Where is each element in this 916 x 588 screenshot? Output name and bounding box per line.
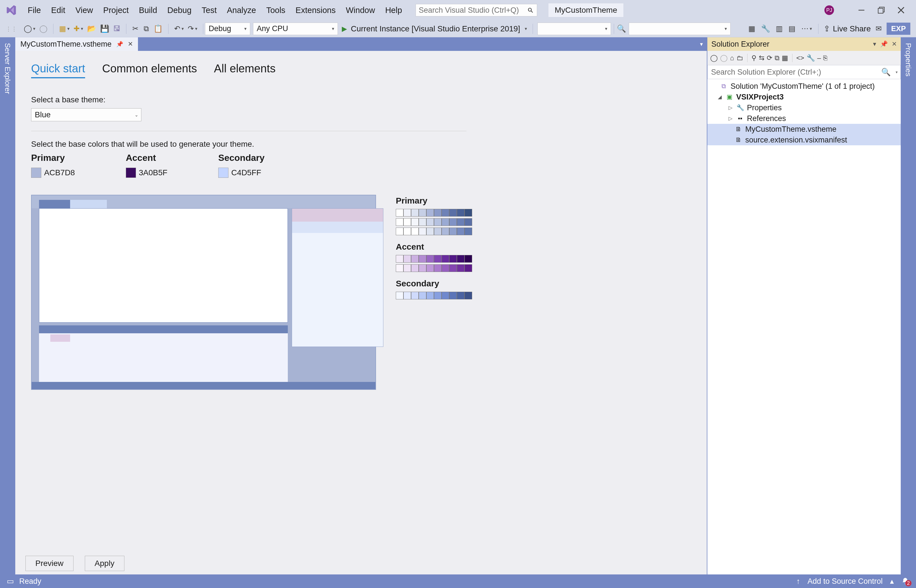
feedback-button[interactable]: ✉ <box>874 23 883 34</box>
palette-cell[interactable] <box>404 255 411 263</box>
se-dash-icon[interactable]: – <box>817 54 821 62</box>
palette-cell[interactable] <box>419 292 426 299</box>
palette-cell[interactable] <box>457 209 465 216</box>
se-search-dd-icon[interactable]: ▾ <box>896 70 898 74</box>
preview-button[interactable]: Preview <box>26 556 74 571</box>
add-source-control[interactable]: Add to Source Control <box>808 577 883 586</box>
tree-references-node[interactable]: ▷ ▪▪ References <box>708 113 901 124</box>
palette-cell[interactable] <box>457 218 465 226</box>
palette-cell[interactable] <box>404 209 411 216</box>
palette-cell[interactable] <box>411 292 419 299</box>
se-showall-icon[interactable]: ▦ <box>782 54 788 62</box>
palette-cell[interactable] <box>449 218 457 226</box>
menu-view[interactable]: View <box>70 0 98 20</box>
menu-window[interactable]: Window <box>341 0 380 20</box>
expander-icon[interactable]: ◢ <box>717 94 723 100</box>
window-close-icon[interactable] <box>897 6 905 14</box>
palette-cell[interactable] <box>457 228 465 235</box>
palette-cell[interactable] <box>442 255 449 263</box>
paste-button[interactable]: 📋 <box>152 23 164 34</box>
palette-cell[interactable] <box>465 255 472 263</box>
palette-cell[interactable] <box>419 264 426 272</box>
base-theme-select[interactable]: Blue ⌄ <box>31 108 141 121</box>
palette-cell[interactable] <box>411 218 419 226</box>
se-sync-icon[interactable]: ⇆ <box>759 54 764 62</box>
new-file-button[interactable]: ✚ <box>73 23 84 34</box>
tree-properties-node[interactable]: ▷ 🔧 Properties <box>708 102 901 113</box>
quick-launch-search[interactable]: Search Visual Studio (Ctrl+Q) <box>415 4 537 16</box>
palette-cell[interactable] <box>457 255 465 263</box>
se-filter-icon[interactable]: ⚲ <box>751 54 756 62</box>
cut-button[interactable]: ✂ <box>131 23 140 34</box>
copy-button[interactable]: ⧉ <box>142 23 151 34</box>
palette-cell[interactable] <box>404 218 411 226</box>
autohide-icon[interactable]: 📌 <box>880 40 888 48</box>
se-code-icon[interactable]: <> <box>796 54 805 62</box>
tb-icon-3[interactable]: ▥ <box>775 23 784 34</box>
palette-cell[interactable] <box>457 264 465 272</box>
palette-cell[interactable] <box>442 228 449 235</box>
palette-cell[interactable] <box>442 209 449 216</box>
secondary-color-picker[interactable]: C4D5FF <box>218 168 265 178</box>
palette-cell[interactable] <box>449 255 457 263</box>
menu-build[interactable]: Build <box>134 0 162 20</box>
palette-secondary[interactable] <box>396 292 472 299</box>
palette-cell[interactable] <box>465 264 472 272</box>
toolbar-grip-icon[interactable]: ⋮⋮ <box>6 26 17 32</box>
tree-solution-node[interactable]: ⧉ Solution 'MyCustomTheme' (1 of 1 proje… <box>708 81 901 92</box>
palette-cell[interactable] <box>426 218 434 226</box>
palette-cell[interactable] <box>465 218 472 226</box>
palette-cell[interactable] <box>457 292 465 299</box>
nav-back-button[interactable]: ◯ <box>23 23 37 34</box>
tree-file-vstheme[interactable]: 🗎 MyCustomTheme.vstheme <box>708 124 901 134</box>
palette-cell[interactable] <box>426 209 434 216</box>
close-tab-icon[interactable]: ✕ <box>128 40 133 48</box>
close-pane-icon[interactable]: ✕ <box>892 40 897 48</box>
palette-cell[interactable] <box>396 255 404 263</box>
palette-cell[interactable] <box>449 209 457 216</box>
tb-icon-4[interactable]: ▤ <box>787 23 797 34</box>
palette-cell[interactable] <box>465 228 472 235</box>
palette-cell[interactable] <box>449 228 457 235</box>
palette-cell[interactable] <box>434 292 442 299</box>
menu-project[interactable]: Project <box>98 0 134 20</box>
tree-project-node[interactable]: ◢ ▣ VSIXProject3 <box>708 92 901 102</box>
start-debug-button[interactable]: ▶ Current Instance [Visual Studio Enterp… <box>342 24 527 33</box>
window-menu-icon[interactable]: ▾ <box>873 40 876 48</box>
save-button[interactable]: 💾 <box>99 23 110 34</box>
source-control-chevron-icon[interactable]: ▴ <box>890 577 894 586</box>
se-back-icon[interactable]: ◯ <box>710 54 718 62</box>
palette-cell[interactable] <box>434 255 442 263</box>
accent-color-picker[interactable]: 3A0B5F <box>126 168 167 178</box>
palette-cell[interactable] <box>442 292 449 299</box>
redo-button[interactable]: ↷ <box>187 23 199 34</box>
palette-cell[interactable] <box>426 264 434 272</box>
tab-overflow-icon[interactable]: ▾ <box>696 41 707 47</box>
window-minimize-icon[interactable] <box>858 6 865 14</box>
tb-wrench-icon[interactable]: 🔧 <box>760 23 771 34</box>
se-switch-view-icon[interactable]: 🗀 <box>737 54 743 62</box>
palette-cell[interactable] <box>404 228 411 235</box>
palette-cell[interactable] <box>396 228 404 235</box>
palette-cell[interactable] <box>426 255 434 263</box>
window-restore-icon[interactable] <box>877 6 885 14</box>
tab-quick-start[interactable]: Quick start <box>31 62 85 78</box>
palette-cell[interactable] <box>411 209 419 216</box>
palette-cell[interactable] <box>465 209 472 216</box>
palette-cell[interactable] <box>419 255 426 263</box>
live-share-button[interactable]: ⇪ Live Share <box>824 24 871 33</box>
palette-cell[interactable] <box>434 209 442 216</box>
palette-accent[interactable] <box>396 255 472 272</box>
menu-debug[interactable]: Debug <box>162 0 197 20</box>
menu-extensions[interactable]: Extensions <box>290 0 341 20</box>
palette-cell[interactable] <box>434 264 442 272</box>
palette-cell[interactable] <box>426 228 434 235</box>
notifications-button[interactable]: 2 <box>901 577 909 585</box>
rail-server-explorer[interactable]: Server Explorer <box>0 37 15 574</box>
tb-icon-5[interactable]: ⋯ <box>800 23 813 34</box>
palette-cell[interactable] <box>434 228 442 235</box>
undo-button[interactable]: ↶ <box>173 23 185 34</box>
palette-cell[interactable] <box>396 264 404 272</box>
publish-icon[interactable]: ↑ <box>796 577 800 586</box>
se-home-icon[interactable]: ⌂ <box>730 54 734 62</box>
